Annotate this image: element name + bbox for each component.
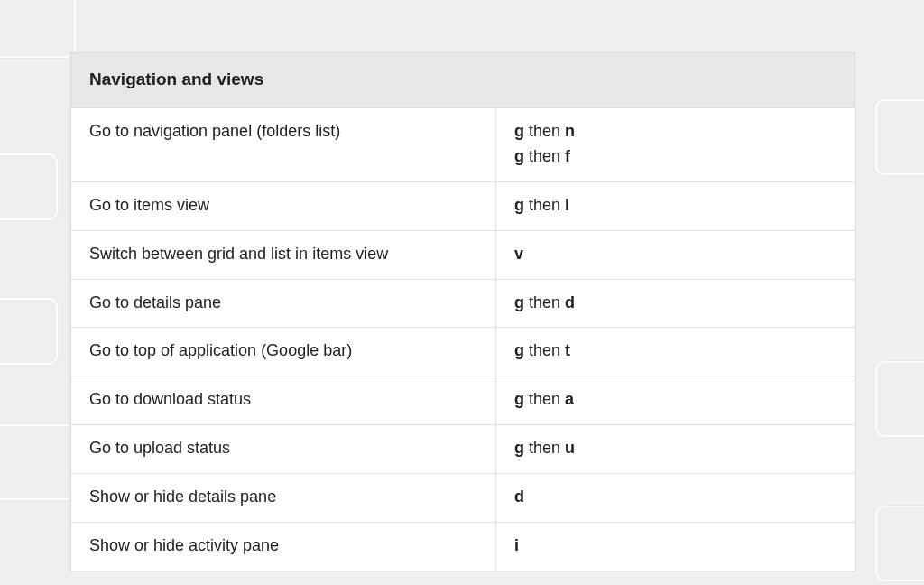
shortcut-line: g then n (514, 119, 836, 144)
bg-key-decoration (0, 424, 76, 500)
section-title: Navigation and views (71, 53, 855, 108)
shortcut-line: g then a (514, 387, 836, 413)
bg-key-decoration (875, 506, 924, 581)
key-token: g (514, 196, 524, 214)
key-token: g (514, 122, 524, 140)
key-token: d (565, 293, 575, 311)
key-token: a (565, 390, 574, 408)
key-token: g (514, 147, 524, 165)
bg-key-decoration (0, 298, 58, 365)
bg-key-decoration (0, 153, 58, 220)
shortcut-keys: i (496, 523, 855, 571)
bg-key-decoration (875, 99, 924, 175)
shortcuts-table: Navigation and views Go to navigation pa… (70, 52, 855, 571)
key-token: g (514, 341, 524, 359)
key-token: u (565, 439, 575, 457)
shortcut-line: v (514, 242, 836, 267)
bg-key-decoration (0, 0, 76, 58)
shortcut-keys: v (496, 230, 855, 279)
separator-token: then (524, 293, 565, 311)
shortcut-keys: g then a (496, 376, 855, 425)
key-token: i (514, 536, 519, 554)
shortcut-description: Switch between grid and list in items vi… (71, 230, 496, 279)
key-token: g (514, 439, 524, 457)
shortcut-line: g then f (514, 144, 836, 170)
shortcut-keys: d (496, 474, 855, 523)
table-row: Show or hide details paned (71, 474, 855, 523)
table-row: Go to navigation panel (folders list)g t… (71, 108, 855, 181)
bg-key-decoration (875, 361, 924, 437)
key-token: g (514, 293, 524, 311)
key-token: t (565, 341, 570, 359)
table-row: Switch between grid and list in items vi… (71, 230, 855, 279)
shortcut-line: g then u (514, 436, 836, 461)
table-row: Show or hide activity panei (71, 523, 855, 571)
key-token: g (514, 390, 524, 408)
shortcut-line: i (514, 534, 836, 559)
table-row: Go to items viewg then l (71, 181, 855, 230)
separator-token: then (524, 122, 565, 140)
shortcut-keys: g then t (496, 328, 855, 376)
table-row: Go to download statusg then a (71, 376, 855, 425)
shortcut-line: g then d (514, 291, 836, 316)
shortcut-keys: g then u (496, 425, 855, 474)
shortcut-line: g then t (514, 339, 836, 364)
key-token: l (565, 196, 569, 214)
key-token: v (514, 245, 523, 263)
shortcut-description: Go to details pane (71, 279, 496, 328)
separator-token: then (524, 196, 565, 214)
shortcut-description: Show or hide activity pane (71, 523, 496, 571)
separator-token: then (524, 341, 565, 359)
shortcut-description: Go to navigation panel (folders list) (71, 108, 496, 181)
table-row: Go to details paneg then d (71, 279, 855, 328)
shortcut-description: Show or hide details pane (71, 474, 496, 523)
key-token: f (565, 147, 570, 165)
key-token: n (565, 122, 575, 140)
separator-token: then (524, 147, 565, 165)
shortcut-line: g then l (514, 193, 836, 218)
shortcut-line: d (514, 485, 836, 510)
shortcuts-rows: Go to navigation panel (folders list)g t… (71, 108, 855, 571)
shortcut-description: Go to items view (71, 181, 496, 230)
separator-token: then (524, 390, 565, 408)
shortcut-description: Go to upload status (71, 425, 496, 474)
shortcut-keys: g then ng then f (496, 108, 855, 181)
key-token: d (514, 488, 524, 506)
shortcut-description: Go to top of application (Google bar) (71, 328, 496, 376)
shortcut-keys: g then d (496, 279, 855, 328)
separator-token: then (524, 439, 565, 457)
shortcut-keys: g then l (496, 181, 855, 230)
table-row: Go to upload statusg then u (71, 425, 855, 474)
table-row: Go to top of application (Google bar)g t… (71, 328, 855, 376)
shortcut-description: Go to download status (71, 376, 496, 425)
